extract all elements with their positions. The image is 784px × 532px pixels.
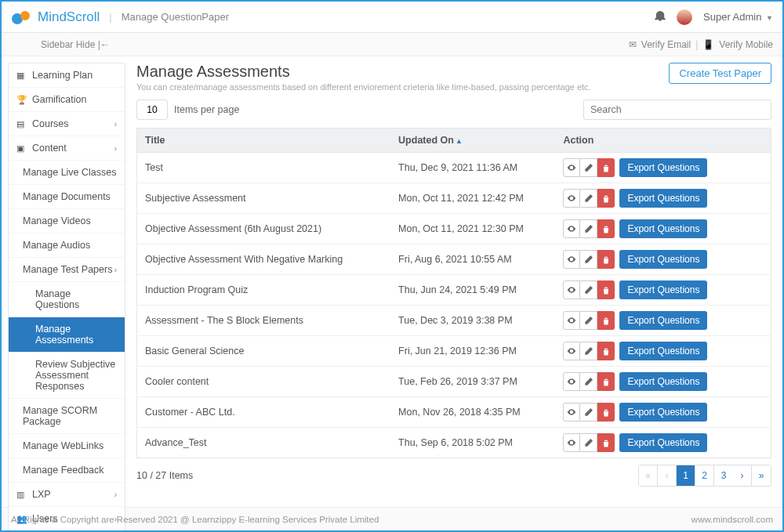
delete-button[interactable] — [597, 403, 615, 422]
sidebar-hide-link[interactable]: Sidebar Hide |← — [41, 39, 110, 50]
cell-title: Subjective Assessment — [137, 183, 391, 214]
page-number-button[interactable]: 1 — [677, 465, 695, 486]
sidebar-item-scorm[interactable]: Manage SCORM Package — [9, 399, 125, 434]
view-button[interactable] — [563, 158, 580, 177]
delete-button[interactable] — [597, 372, 615, 391]
export-questions-button[interactable]: Export Questions — [619, 219, 707, 238]
view-button[interactable] — [563, 433, 580, 452]
breadcrumb: Manage QuestionPaper — [122, 11, 229, 23]
view-button[interactable] — [563, 189, 580, 208]
table-row: Subjective AssessmentMon, Oct 11, 2021 1… — [137, 183, 771, 214]
cell-updated: Thu, Dec 9, 2021 11:36 AM — [390, 153, 555, 183]
logo[interactable]: MindScroll — [11, 9, 100, 25]
edit-button[interactable] — [580, 219, 597, 238]
create-test-paper-button[interactable]: Create Test Paper — [669, 63, 771, 84]
table-row: Basic General ScienceFri, Jun 21, 2019 1… — [137, 336, 771, 367]
sidebar-item-feedback[interactable]: Manage Feedback — [9, 458, 125, 483]
sidebar-item-questions[interactable]: Manage Questions — [9, 282, 125, 317]
courses-icon: ▤ — [16, 119, 27, 129]
footer-copyright: All Rights & Copyright are Reserved 2021… — [11, 515, 379, 524]
view-button[interactable] — [563, 342, 580, 360]
edit-button[interactable] — [580, 372, 597, 391]
edit-button[interactable] — [580, 189, 597, 208]
table-row: Induction Program QuizThu, Jun 24, 2021 … — [137, 275, 771, 306]
edit-button[interactable] — [580, 250, 597, 269]
sidebar-item-videos[interactable]: Manage Videos — [9, 209, 125, 233]
view-button[interactable] — [563, 372, 580, 391]
subbar: Sidebar Hide |← ✉ Verify Email | 📱 Verif… — [2, 33, 782, 56]
page-next-button[interactable]: › — [733, 465, 752, 486]
footer-link[interactable]: www.mindscroll.com — [691, 515, 773, 524]
delete-button[interactable] — [597, 219, 615, 238]
delete-button[interactable] — [597, 433, 615, 452]
search-input[interactable] — [583, 100, 771, 120]
sidebar-item-documents[interactable]: Manage Documents — [9, 185, 125, 209]
edit-button[interactable] — [580, 280, 597, 299]
export-questions-button[interactable]: Export Questions — [619, 372, 707, 391]
delete-button[interactable] — [597, 342, 615, 360]
user-name: Super Admin — [703, 11, 761, 23]
page-prev-button[interactable]: ‹ — [658, 465, 677, 486]
sidebar-item-learning-plan[interactable]: ▦Learning Plan — [9, 63, 125, 88]
avatar[interactable] — [677, 9, 692, 25]
page-last-button[interactable]: » — [752, 465, 771, 486]
sidebar-item-content[interactable]: ▣Content› — [9, 136, 125, 161]
edit-button[interactable] — [580, 433, 597, 452]
edit-button[interactable] — [580, 311, 597, 330]
cell-updated: Mon, Oct 11, 2021 12:30 PM — [390, 214, 555, 244]
bell-icon[interactable] — [655, 10, 666, 24]
chevron-right-icon: › — [114, 266, 117, 274]
sidebar-item-live-classes[interactable]: Manage Live Classes — [9, 161, 125, 185]
delete-button[interactable] — [597, 280, 615, 299]
table-row: Cooler contentTue, Feb 26, 2019 3:37 PME… — [137, 367, 771, 397]
items-per-page-input[interactable] — [136, 100, 168, 120]
export-questions-button[interactable]: Export Questions — [619, 433, 707, 452]
sidebar-item-audios[interactable]: Manage Audios — [9, 233, 125, 258]
view-button[interactable] — [563, 250, 580, 269]
edit-button[interactable] — [580, 403, 597, 422]
view-button[interactable] — [563, 403, 580, 422]
page-first-button[interactable]: « — [639, 465, 658, 486]
view-button[interactable] — [563, 280, 580, 299]
table-row: Customer - ABC Ltd.Mon, Nov 26, 2018 4:3… — [137, 397, 771, 428]
envelope-icon: ✉ — [629, 39, 637, 50]
mobile-icon: 📱 — [702, 39, 714, 50]
column-header-title[interactable]: Title — [137, 128, 391, 153]
page-number-button[interactable]: 3 — [714, 465, 733, 486]
table-row: TestThu, Dec 9, 2021 11:36 AMExport Ques… — [137, 153, 771, 183]
page-number-button[interactable]: 2 — [695, 465, 714, 486]
export-questions-button[interactable]: Export Questions — [619, 342, 707, 360]
view-button[interactable] — [563, 311, 580, 330]
sidebar-item-test-papers[interactable]: Manage Test Papers› — [9, 258, 125, 282]
sidebar-item-review-subjective[interactable]: Review Subjective Assessment Responses — [9, 353, 125, 399]
export-questions-button[interactable]: Export Questions — [619, 158, 707, 177]
cell-updated: Mon, Nov 26, 2018 4:35 PM — [390, 397, 555, 428]
export-questions-button[interactable]: Export Questions — [619, 250, 707, 269]
delete-button[interactable] — [597, 311, 615, 330]
export-questions-button[interactable]: Export Questions — [619, 311, 707, 330]
cell-title: Test — [137, 153, 391, 183]
trophy-icon: 🏆 — [16, 95, 27, 105]
cell-title: Assessment - The S Block Elements — [137, 306, 391, 336]
sidebar-item-courses[interactable]: ▤Courses› — [9, 112, 125, 136]
export-questions-button[interactable]: Export Questions — [619, 280, 707, 299]
verify-email-link[interactable]: Verify Email — [641, 39, 691, 50]
export-questions-button[interactable]: Export Questions — [619, 403, 707, 422]
delete-button[interactable] — [597, 189, 615, 208]
sidebar-item-weblinks[interactable]: Manage WebLinks — [9, 434, 125, 458]
verify-mobile-link[interactable]: Verify Mobile — [719, 39, 773, 50]
edit-button[interactable] — [580, 342, 597, 360]
file-icon: ▣ — [16, 143, 27, 154]
export-questions-button[interactable]: Export Questions — [619, 189, 707, 208]
column-header-updated[interactable]: Updated On▲ — [390, 128, 555, 153]
view-button[interactable] — [563, 219, 580, 238]
edit-button[interactable] — [580, 158, 597, 177]
assessments-table: Title Updated On▲ Action TestThu, Dec 9,… — [136, 128, 771, 458]
cell-title: Customer - ABC Ltd. — [137, 397, 391, 428]
delete-button[interactable] — [597, 158, 615, 177]
delete-button[interactable] — [597, 250, 615, 269]
sidebar-item-gamification[interactable]: 🏆Gamification — [9, 88, 125, 112]
user-menu[interactable]: Super Admin ▼ — [703, 11, 773, 23]
sidebar-item-lxp[interactable]: ▥LXP› — [9, 483, 125, 507]
sidebar-item-assessments[interactable]: Manage Assessments — [9, 317, 125, 353]
